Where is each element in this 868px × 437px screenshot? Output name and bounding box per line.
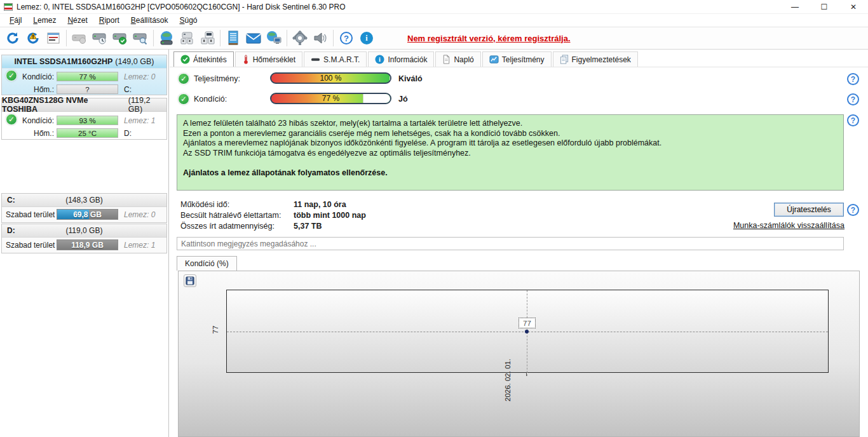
temp-label: Hőm.: — [2, 129, 54, 138]
condition-meter: 77 % — [270, 93, 391, 104]
menu-fajl[interactable]: Fájl — [4, 15, 27, 26]
info-circle-icon: i — [375, 55, 384, 64]
disk-surface-test-icon[interactable] — [131, 29, 150, 48]
message-line: A lemez felületén található 23 hibás sze… — [183, 119, 837, 129]
disk-number-label: Lemez: 1 — [124, 241, 155, 250]
disk-size: (149,0 GB) — [115, 57, 154, 66]
partition-size: (148,3 GB) — [2, 196, 166, 205]
tab-informaciok[interactable]: i Információk — [368, 51, 434, 67]
save-chart-button[interactable] — [184, 274, 196, 287]
message-line: Az SSD TRIM funkciója támogatva és enged… — [183, 149, 837, 159]
retest-button[interactable]: Újratesztelés — [774, 203, 844, 217]
free-space-bar: 69,8 GB — [57, 209, 118, 220]
partition-size: (119,0 GB) — [2, 226, 166, 235]
tabbar-divider — [170, 67, 868, 67]
stat-label: Becsült hátralévő élettartam: — [180, 210, 294, 221]
health-message-box: A lemez felületén található 23 hibás sze… — [177, 114, 844, 191]
mail-icon[interactable] — [244, 29, 263, 48]
condition-rating: Jó — [398, 95, 408, 104]
stat-value: 11 nap, 10 óra — [294, 199, 366, 210]
message-bold-line: Ajánlatos a lemez állapotának folyamatos… — [183, 168, 837, 178]
partition-item-d[interactable]: D: (119,0 GB) Szabad terület 118,9 GB Le… — [1, 224, 167, 253]
register-link[interactable]: Nem regisztrált verzió, kérem regisztrál… — [407, 34, 571, 43]
chart-data-point — [525, 330, 529, 333]
tab-teljesitmeny[interactable]: Teljesítmény — [482, 51, 552, 67]
condition-label: Kondíció: — [194, 95, 227, 104]
maximize-button[interactable]: ☐ — [810, 0, 839, 14]
settings-gear-icon[interactable] — [290, 29, 309, 48]
hardware-plug-icon[interactable] — [177, 29, 196, 48]
eject-hardware-icon[interactable] — [198, 29, 217, 48]
free-space-label: Szabad terület — [6, 210, 55, 219]
tab-smart[interactable]: S.M.A.R.T. — [304, 51, 367, 67]
sound-icon[interactable] — [311, 29, 330, 48]
performance-help-icon[interactable]: ? — [847, 73, 860, 85]
message-line: Ajánlatos a merevlemez naplójának bizony… — [183, 138, 837, 149]
tab-naplo[interactable]: Napló — [435, 51, 480, 67]
network-status-icon[interactable] — [264, 29, 283, 48]
chart-x-axis-label: 2026. 02. 01. — [504, 359, 512, 401]
disk-size: (119,2 GB) — [128, 96, 166, 114]
retest-help-icon[interactable]: ? — [847, 204, 860, 216]
titlebar: Lemez: 0, INTEL SSDSA1M160G2HP [CVPO0506… — [0, 0, 868, 14]
tab-figyelmeztetesek[interactable]: Figyelmeztetések — [553, 51, 638, 67]
disk-schedule-icon[interactable] — [90, 29, 109, 48]
disk-number-label: Lemez: 0 — [124, 210, 155, 219]
performance-ok-icon: ✓ — [178, 73, 189, 84]
disk-name: KBG40ZNS128G NVMe TOSHIBA — [2, 96, 126, 114]
refresh-icon[interactable] — [3, 29, 22, 48]
disk-test-ok-icon[interactable] — [111, 29, 130, 48]
toolbar: ? i Nem regisztrált verzió, kérem regisz… — [0, 27, 868, 50]
menu-beallitasok[interactable]: Beállítások — [125, 15, 174, 26]
toolbar-separator — [220, 30, 220, 46]
disk-detect-icon[interactable] — [70, 29, 89, 48]
close-button[interactable]: ✕ — [839, 0, 868, 14]
menu-sugo[interactable]: Súgó — [173, 15, 203, 26]
menu-riport[interactable]: Riport — [93, 15, 125, 26]
drive-letter-label: D: — [124, 129, 132, 138]
free-space-bar: 118,9 GB — [57, 239, 118, 250]
network-disk-icon[interactable] — [157, 29, 176, 48]
reset-counters-link[interactable]: Munka-számlálók visszaállítása — [170, 221, 844, 230]
log-icon[interactable] — [224, 29, 243, 48]
comment-input[interactable] — [177, 237, 844, 250]
chart-x-tick — [526, 373, 527, 376]
free-space-label: Szabad terület — [6, 241, 55, 250]
chart-icon — [489, 55, 499, 64]
menubar: Fájl Lemez Nézet Riport Beállítások Súgó — [0, 14, 868, 27]
stat-label: Működési idő: — [180, 199, 294, 210]
condition-ok-icon: ✓ — [178, 93, 189, 105]
condition-bar: 93 % — [57, 116, 118, 125]
tab-homerseklet[interactable]: Hőmérséklet — [235, 51, 302, 67]
floppy-save-icon — [186, 276, 194, 285]
refresh-warning-icon[interactable] — [24, 29, 43, 48]
toolbar-separator — [287, 30, 287, 46]
thermometer-icon — [242, 55, 250, 64]
pages-icon — [560, 55, 569, 64]
drive-letter-label: C: — [124, 85, 132, 94]
info-icon[interactable]: i — [357, 29, 376, 48]
performance-label: Teljesítmény: — [194, 74, 240, 83]
menu-lemez[interactable]: Lemez — [27, 15, 62, 26]
performance-meter: 100 % — [270, 72, 391, 84]
chart-tab-kondicio[interactable]: Kondíció (%) — [177, 256, 237, 271]
condition-chart-panel: 77 77 2026. 02. 01. — [178, 271, 860, 437]
disk-item-toshiba[interactable]: KBG40ZNS128G NVMe TOSHIBA(119,2 GB) ✓ Ko… — [1, 98, 167, 140]
temp-bar: 25 °C — [57, 128, 118, 138]
app-logo-icon — [4, 3, 13, 11]
partition-item-c[interactable]: C: (148,3 GB) Szabad terület 69,8 GB Lem… — [1, 193, 167, 223]
minimize-button[interactable]: — — [780, 0, 810, 14]
disk-item-intel[interactable]: INTEL SSDSA1M160G2HP(149,0 GB) ✓ Kondíci… — [1, 55, 167, 95]
condition-help-icon[interactable]: ? — [847, 93, 860, 105]
message-help-icon[interactable]: ? — [847, 114, 860, 126]
toolbar-separator — [333, 30, 334, 46]
document-icon — [442, 55, 451, 64]
temp-bar: ? — [57, 84, 118, 94]
performance-rating: Kiváló — [398, 74, 423, 83]
tabbar: Áttekintés Hőmérséklet S.M.A.R.T. i Info… — [173, 51, 639, 67]
toolbar-separator — [66, 30, 67, 46]
menu-nezet[interactable]: Nézet — [62, 15, 93, 26]
report-icon[interactable] — [44, 29, 63, 48]
help-icon[interactable]: ? — [337, 29, 356, 48]
tab-attekintes[interactable]: Áttekintés — [173, 51, 234, 67]
